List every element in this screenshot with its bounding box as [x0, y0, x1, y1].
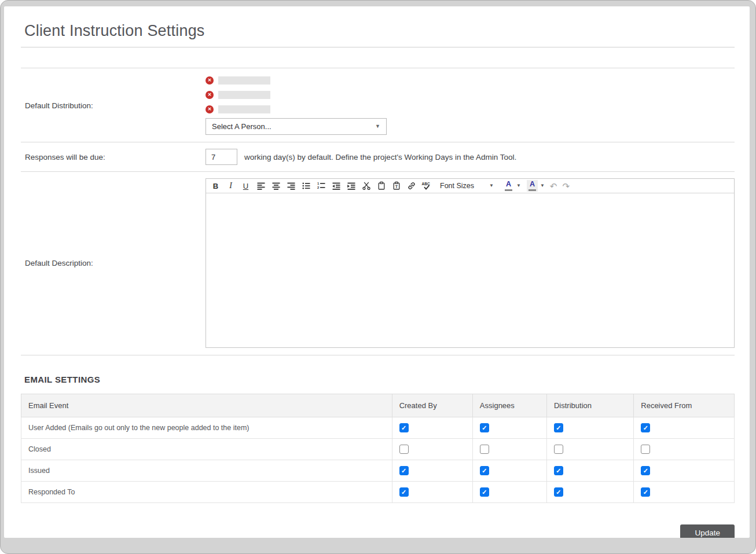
- link-icon[interactable]: [405, 179, 417, 192]
- remove-person-icon[interactable]: ✕: [205, 91, 214, 99]
- chevron-down-icon: ▼: [516, 184, 521, 188]
- distribution-row: Default Distribution: ✕✕✕ Select A Perso…: [21, 68, 735, 142]
- created-by-checkbox[interactable]: ✓: [399, 423, 409, 432]
- created-by-checkbox[interactable]: ✓: [399, 466, 409, 475]
- description-label: Default Description:: [21, 259, 205, 267]
- chevron-down-icon: ▼: [489, 184, 494, 188]
- assignees-checkbox[interactable]: [480, 445, 489, 454]
- due-controls: working day(s) by default. Define the pr…: [205, 149, 516, 165]
- bullet-list-icon[interactable]: [300, 179, 312, 192]
- due-label: Responses will be due:: [21, 153, 205, 162]
- description-editor[interactable]: [206, 193, 734, 347]
- created-by-checkbox[interactable]: [399, 445, 409, 454]
- background-color-bar: [529, 189, 536, 191]
- redacted-name: [218, 91, 270, 99]
- table-header-row: Email Event Created By Assignees Distrib…: [21, 394, 735, 417]
- font-sizes-label: Font Sizes: [440, 182, 474, 190]
- email-event-label: User Added (Emails go out only to the ne…: [21, 417, 392, 439]
- created-by-checkbox[interactable]: ✓: [399, 487, 409, 497]
- text-color-button[interactable]: A ▼: [503, 180, 521, 192]
- table-row: User Added (Emails go out only to the ne…: [21, 417, 735, 439]
- removed-people-list: ✕✕✕: [205, 76, 387, 113]
- italic-button[interactable]: I: [225, 179, 237, 192]
- person-select[interactable]: Select A Person... ▼: [205, 118, 387, 135]
- remove-person-icon[interactable]: ✕: [205, 76, 214, 85]
- svg-text:2: 2: [317, 186, 320, 189]
- paste-as-text-icon[interactable]: T: [390, 179, 402, 192]
- removed-person: ✕: [205, 91, 387, 99]
- distribution-checkbox[interactable]: ✓: [554, 423, 563, 432]
- bold-button[interactable]: B: [210, 179, 222, 192]
- indent-icon[interactable]: [345, 179, 357, 192]
- align-left-icon[interactable]: [255, 179, 267, 192]
- table-row: Closed: [21, 439, 735, 460]
- received-from-checkbox[interactable]: ✓: [641, 466, 650, 475]
- text-color-letter: A: [506, 181, 511, 189]
- column-header-assignees: Assignees: [472, 394, 546, 417]
- numbered-list-icon[interactable]: 12: [315, 179, 327, 192]
- email-settings-table: Email Event Created By Assignees Distrib…: [21, 394, 735, 503]
- distribution-label: Default Distribution:: [21, 101, 205, 110]
- rich-text-editor: B I U: [205, 178, 735, 348]
- due-days-input[interactable]: [205, 149, 237, 165]
- distribution-controls: ✕✕✕ Select A Person... ▼: [205, 76, 387, 135]
- text-color-bar: [505, 189, 512, 191]
- assignees-checkbox[interactable]: ✓: [480, 487, 489, 497]
- email-event-label: Responded To: [21, 482, 392, 503]
- distribution-checkbox[interactable]: ✓: [554, 487, 563, 497]
- table-row: Responded To ✓ ✓ ✓ ✓: [21, 482, 735, 503]
- redacted-name: [218, 105, 270, 113]
- table-row: Issued ✓ ✓ ✓ ✓: [21, 460, 735, 482]
- background-color-letter: A: [530, 181, 535, 189]
- received-from-checkbox[interactable]: [641, 445, 650, 454]
- email-event-label: Issued: [21, 460, 392, 482]
- chevron-down-icon: ▼: [540, 184, 545, 188]
- remove-person-icon[interactable]: ✕: [205, 105, 214, 113]
- email-settings-heading: EMAIL SETTINGS: [24, 375, 735, 384]
- received-from-checkbox[interactable]: ✓: [641, 423, 650, 432]
- removed-person: ✕: [205, 105, 387, 113]
- svg-text:1: 1: [317, 182, 320, 185]
- settings-panel-frame: Client Instruction Settings Default Dist…: [0, 0, 756, 554]
- align-right-icon[interactable]: [285, 179, 297, 192]
- editor-toolbar: B I U: [206, 179, 734, 193]
- chevron-down-icon: ▼: [375, 124, 380, 129]
- removed-person: ✕: [205, 76, 387, 85]
- settings-card: Client Instruction Settings Default Dist…: [4, 6, 750, 538]
- spellcheck-icon[interactable]: ABC: [420, 179, 432, 192]
- column-header-distribution: Distribution: [546, 394, 633, 417]
- email-event-label: Closed: [21, 439, 392, 460]
- paste-icon[interactable]: [375, 179, 387, 192]
- svg-text:T: T: [395, 185, 398, 189]
- column-header-email-event: Email Event: [21, 394, 392, 417]
- assignees-checkbox[interactable]: ✓: [480, 423, 489, 432]
- redo-icon[interactable]: ↷: [562, 182, 570, 190]
- underline-button[interactable]: U: [240, 179, 252, 192]
- due-suffix-text: working day(s) by default. Define the pr…: [244, 153, 516, 162]
- redacted-name: [218, 76, 270, 85]
- column-header-created-by: Created By: [392, 394, 472, 417]
- distribution-checkbox[interactable]: [554, 445, 563, 454]
- align-center-icon[interactable]: [270, 179, 282, 192]
- received-from-checkbox[interactable]: ✓: [641, 487, 650, 497]
- outdent-icon[interactable]: [330, 179, 342, 192]
- font-sizes-dropdown[interactable]: Font Sizes ▼: [440, 182, 494, 190]
- background-color-button[interactable]: A ▼: [527, 180, 545, 192]
- due-row: Responses will be due: working day(s) by…: [21, 142, 735, 172]
- page-title: Client Instruction Settings: [21, 6, 735, 47]
- description-row: Default Description: B I U: [21, 172, 735, 355]
- assignees-checkbox[interactable]: ✓: [480, 466, 489, 475]
- cut-icon[interactable]: [360, 179, 372, 192]
- button-row: Update: [21, 524, 735, 538]
- person-select-value: Select A Person...: [212, 122, 271, 131]
- update-button[interactable]: Update: [680, 524, 735, 538]
- column-header-received-from: Received From: [634, 394, 735, 417]
- distribution-checkbox[interactable]: ✓: [554, 466, 563, 475]
- spacer-row: [21, 47, 735, 68]
- undo-icon[interactable]: ↶: [550, 182, 557, 190]
